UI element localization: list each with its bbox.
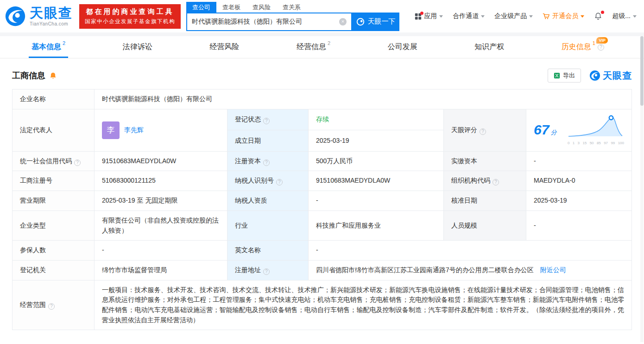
- chevron-down-icon: [481, 15, 485, 19]
- label-insured-count: 参保人数: [13, 241, 95, 261]
- label-company-type: 企业类型: [13, 210, 95, 240]
- value-reg-status: 存续: [309, 109, 444, 130]
- chevron-down-icon: [529, 15, 533, 19]
- nav-enterprise-product-label: 企业级产品: [494, 12, 527, 20]
- tianyancha-logo[interactable]: 天眼查 TianYanCha.com: [5, 6, 73, 27]
- nav-apps[interactable]: 应用: [415, 12, 443, 20]
- table-row: 登记机关 绵竹市市场监督管理局 注册地址? 四川省德阳市绵竹市高新区江苏工业园南…: [13, 260, 632, 280]
- excel-icon: [554, 72, 560, 79]
- search-input[interactable]: [187, 18, 339, 25]
- nearby-companies-link[interactable]: 附近公司: [540, 266, 566, 274]
- search-tab-risk[interactable]: 查风险: [246, 2, 277, 13]
- table-row: 经营范围? 一般项目：技术服务、技术开发、技术咨询、技术交流、技术转让、技术推广…: [13, 280, 632, 330]
- label-legal-rep: 法定代表人: [13, 109, 95, 151]
- tab-operation-risk[interactable]: 经营风险: [207, 36, 242, 58]
- score-axis: 0131550859799100: [568, 140, 624, 146]
- alert-bell-icon[interactable]: [49, 72, 57, 80]
- clear-icon[interactable]: ×: [339, 18, 347, 25]
- label-org-code: 组织机构代码?: [444, 171, 526, 191]
- legal-rep-avatar[interactable]: 李: [102, 121, 120, 139]
- promo-banner: 都在用的商业查询工具 国家中小企业发展子基金旗下机构: [79, 4, 181, 29]
- help-icon[interactable]: ?: [263, 118, 270, 124]
- label-approval-date: 核准日期: [444, 191, 526, 211]
- value-credit-code: 91510683MAEDYDLA0W: [95, 151, 227, 171]
- search-button[interactable]: 天眼一下: [352, 13, 399, 31]
- value-taxpayer-id: 91510683MAEDYDLA0W: [309, 171, 444, 191]
- nav-apps-label: 应用: [424, 12, 437, 20]
- search-box: ×: [186, 13, 352, 31]
- scrollbar[interactable]: [640, 36, 644, 342]
- value-staff-size: -: [526, 210, 632, 240]
- nav-account[interactable]: 超级...: [612, 12, 637, 20]
- nav-cooperation-label: 合作通道: [453, 12, 479, 20]
- scrollbar-thumb[interactable]: [640, 36, 644, 106]
- tianyancha-eye-icon: [589, 70, 600, 81]
- nav-membership[interactable]: 开通会员: [543, 12, 584, 20]
- export-label: 导出: [563, 71, 575, 80]
- table-row: 营业期限 2025-03-19 至 无固定期限 纳税人资质 - 核准日期 202…: [13, 191, 632, 211]
- tab-company-development[interactable]: 公司发展: [385, 36, 420, 58]
- tab-history-info[interactable]: VIP 历史信息1 ?: [559, 36, 615, 58]
- nav-cooperation[interactable]: 合作通道: [453, 12, 485, 20]
- top-header: 天眼查 TianYanCha.com 都在用的商业查询工具 国家中小企业发展子基…: [0, 0, 644, 32]
- nav-enterprise-product[interactable]: 企业级产品: [494, 12, 533, 20]
- legal-rep-link[interactable]: 李先辉: [124, 125, 144, 135]
- table-row: 统一社会信用代码? 91510683MAEDYDLA0W 注册资本? 500万人…: [13, 151, 632, 171]
- value-business-scope: 一般项目：技术服务、技术开发、技术咨询、技术交流、技术转让、技术推广；新兴能源技…: [95, 280, 632, 330]
- label-company-name: 企业名称: [13, 89, 95, 109]
- tab-basic-info[interactable]: 基本信息2: [29, 36, 68, 58]
- help-icon[interactable]: ?: [263, 159, 270, 166]
- value-reg-number: 510683000121125: [95, 171, 227, 191]
- table-row: 工商注册号 510683000121125 纳税人识别号? 91510683MA…: [13, 171, 632, 191]
- nav-notifications[interactable]: [594, 12, 602, 20]
- search-tab-company[interactable]: 查公司: [186, 2, 216, 13]
- tab-intellectual-property[interactable]: 知识产权: [472, 36, 507, 58]
- search-type-tabs: 查公司 查老板 查风险 查关系: [186, 2, 399, 13]
- table-row: 法定代表人 李 李先辉 登记状态? 存续 天眼评分? 67分: [13, 109, 632, 130]
- tianyancha-eye-icon: [5, 6, 26, 27]
- business-info-table: 企业名称 时代骐骥新能源科技（德阳）有限公司 法定代表人 李 李先辉 登记状态?…: [12, 89, 632, 330]
- label-establish-date: 成立日期: [227, 130, 309, 152]
- tab-legal-litigation[interactable]: 法律诉讼: [120, 36, 155, 58]
- value-company-name: 时代骐骥新能源科技（德阳）有限公司: [95, 89, 632, 109]
- logo-text: 天眼查: [30, 6, 73, 20]
- label-staff-size: 人员规模: [444, 210, 526, 240]
- help-icon[interactable]: ?: [263, 268, 270, 275]
- bell-icon: [594, 12, 602, 20]
- help-icon[interactable]: ?: [276, 179, 283, 185]
- notification-dot: [601, 11, 604, 14]
- label-paid-capital: 实缴资本: [444, 151, 526, 171]
- export-button[interactable]: 导出: [548, 69, 581, 83]
- help-icon[interactable]: ?: [598, 44, 604, 51]
- search-button-eye-icon: [356, 18, 365, 26]
- brand-watermark: 天眼查: [589, 70, 632, 82]
- score-chart: 0131550859799100: [568, 114, 624, 147]
- vip-badge: VIP: [596, 37, 608, 44]
- search-tab-relation[interactable]: 查关系: [277, 2, 307, 13]
- search-tab-boss[interactable]: 查老板: [216, 2, 246, 13]
- tab-business-info[interactable]: 经营信息2: [294, 36, 333, 58]
- cart-icon: [543, 13, 550, 20]
- section-title: 工商信息: [12, 70, 45, 81]
- chevron-down-icon: [581, 15, 584, 19]
- value-approval-date: 2025-03-19: [526, 191, 632, 211]
- value-taxpayer-quality: -: [309, 191, 444, 211]
- help-icon[interactable]: ?: [492, 179, 499, 185]
- help-icon[interactable]: ?: [48, 303, 55, 310]
- tab-badge: 2: [328, 40, 330, 46]
- label-english-name: 英文名称: [227, 241, 309, 261]
- brand-text: 天眼查: [603, 70, 632, 82]
- grid-icon: [415, 13, 422, 20]
- search-area: 查公司 查老板 查风险 查关系 × 天眼一下: [186, 2, 399, 31]
- table-row: 企业类型 有限责任公司（非自然人投资或控股的法人独资） 行业 科技推广和应用服务…: [13, 210, 632, 240]
- value-reg-address: 四川省德阳市绵竹市高新区江苏工业园南通路7号的办公用房二楼联合办公区附近公司: [309, 260, 632, 280]
- help-icon[interactable]: ?: [480, 128, 486, 135]
- reg-address-text: 四川省德阳市绵竹市高新区江苏工业园南通路7号的办公用房二楼联合办公区: [316, 266, 534, 274]
- value-score: 67分 0131550859799100: [526, 109, 632, 151]
- promo-banner-line1: 都在用的商业查询工具: [85, 7, 175, 16]
- chevron-down-icon: [439, 15, 443, 19]
- help-icon[interactable]: ?: [74, 159, 81, 166]
- label-industry: 行业: [227, 210, 309, 240]
- value-business-term: 2025-03-19 至 无固定期限: [95, 191, 227, 211]
- value-industry: 科技推广和应用服务业: [309, 210, 444, 240]
